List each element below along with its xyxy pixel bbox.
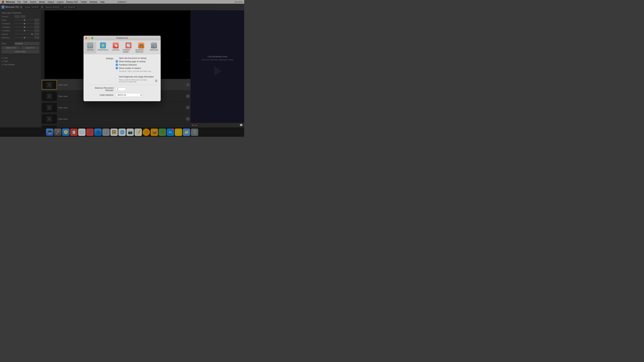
max-reconnect-input[interactable] [116, 87, 126, 91]
settings-content: Open last document on startup Show landi… [116, 57, 157, 83]
preferences-modal: Preferences ⚙️ General ⚡ Performance 🏷️ … [84, 36, 161, 101]
tab-general[interactable]: ⚙️ General [84, 42, 96, 53]
feedback-label: Feedback Detection [119, 64, 137, 66]
tab-performance[interactable]: ⚡ Performance [97, 42, 109, 53]
tab-advanced[interactable]: 🔧 Advanced [148, 42, 160, 53]
modal-maximize-button[interactable] [91, 37, 93, 39]
licenses-tab-label: Licenses [112, 49, 119, 51]
audio-interface-label: Audio interface: [87, 94, 114, 96]
show-landing-label: Show landing page on startup [119, 60, 146, 63]
modal-titlebar: Preferences [84, 36, 161, 40]
send-diagnostic-sublabel: Help us improve Wirecast by sending anon… [116, 79, 154, 83]
audio-interface-row: Audio interface: MAYA U5 [87, 93, 157, 97]
help-icon[interactable]: ? [155, 79, 157, 82]
tab-software-update[interactable]: 🔄 Software Update [122, 42, 134, 53]
software-update-tab-icon: 🔄 [126, 42, 132, 48]
audio-interface-select[interactable]: MAYA U5 [116, 93, 142, 97]
diagnostic-sublabel-row: Help us improve Wirecast by sending anon… [116, 79, 157, 83]
show-viewers-checkbox[interactable] [116, 67, 118, 69]
modal-toolbar: ⚙️ General ⚡ Performance 🏷️ Licenses 🔄 S… [84, 40, 161, 54]
tab-licenses[interactable]: 🏷️ Licenses [110, 42, 122, 53]
modal-minimize-button[interactable] [88, 37, 90, 39]
advanced-tab-icon: 🔧 [151, 42, 157, 48]
performance-tab-icon: ⚡ [100, 42, 106, 48]
modal-title: Preferences [116, 37, 128, 39]
send-diagnostic-row: Send diagnostic and usage information [116, 76, 157, 78]
general-tab-label: General [87, 49, 94, 51]
general-tab-icon: ⚙️ [87, 42, 93, 48]
viewers-sublabel: Facebook, Twitch, YouTube and hitbox onl… [116, 70, 157, 72]
software-update-tab-label: Software Update [123, 49, 134, 53]
keyboard-shortcuts-tab-label: Keyboard Shortcuts [136, 49, 147, 53]
open-last-checkbox[interactable] [116, 57, 118, 59]
show-viewers-label: Show number of viewers [119, 67, 141, 69]
open-last-row: Open last document on startup [116, 57, 157, 59]
feedback-row: Feedback Detection [116, 64, 157, 66]
send-diagnostic-label: Send diagnostic and usage information [119, 76, 154, 78]
open-last-label: Open last document on startup [119, 57, 146, 59]
show-landing-row: Show landing page on startup [116, 60, 157, 63]
traffic-lights [85, 37, 93, 39]
send-diagnostic-checkbox[interactable] [116, 76, 118, 78]
max-reconnect-label: Maximum Reconnect Attempts: [87, 87, 114, 91]
settings-section: Settings: Open last document on startup … [87, 57, 157, 83]
show-landing-checkbox[interactable] [116, 60, 118, 62]
show-viewers-row: Show number of viewers [116, 67, 157, 69]
feedback-checkbox[interactable] [116, 64, 118, 66]
modal-close-button[interactable] [85, 37, 87, 39]
modal-body: Settings: Open last document on startup … [84, 54, 161, 101]
advanced-tab-label: Advanced [150, 49, 158, 51]
licenses-tab-icon: 🏷️ [113, 42, 119, 48]
modal-overlay: Preferences ⚙️ General ⚡ Performance 🏷️ … [0, 0, 244, 137]
settings-label: Settings: [87, 57, 114, 83]
keyboard-shortcuts-tab-icon: 🎮 [138, 42, 144, 48]
tab-keyboard-shortcuts[interactable]: 🎮 Keyboard Shortcuts [135, 42, 147, 53]
performance-tab-label: Performance [98, 49, 108, 51]
max-reconnect-row: Maximum Reconnect Attempts: [87, 87, 157, 91]
